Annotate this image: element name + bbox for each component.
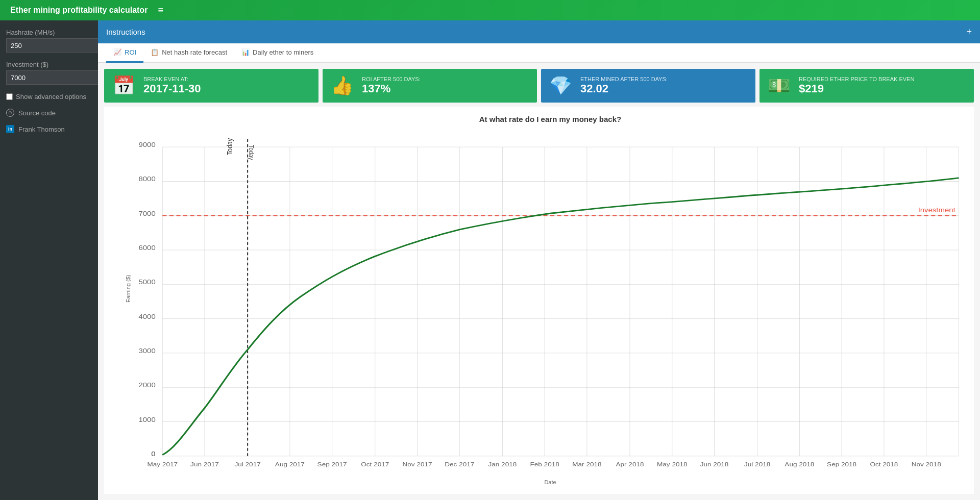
svg-text:May 2018: May 2018 [657, 461, 688, 468]
hamburger-menu[interactable]: ≡ [158, 5, 163, 16]
chart-wrap: Earning ($) 0 1000 2000 3000 4000 5000 [135, 128, 966, 471]
svg-text:8000: 8000 [139, 176, 156, 183]
main-layout: Hashrate (MH/s) ▲ ▼ Investment ($) ▲ ▼ [0, 20, 980, 500]
tab-net-hash[interactable]: 📋 Net hash rate forecast [143, 43, 234, 63]
svg-text:4000: 4000 [139, 313, 156, 320]
svg-text:Today: Today [226, 138, 234, 155]
tab-daily-ether[interactable]: 📊 Daily ether to miners [234, 43, 321, 63]
tab-daily-ether-label: Daily ether to miners [253, 48, 313, 56]
svg-text:Sep 2018: Sep 2018 [827, 461, 856, 468]
author-label: Frank Thomson [18, 126, 65, 133]
svg-text:May 2017: May 2017 [147, 461, 178, 468]
svg-text:Oct 2017: Oct 2017 [361, 461, 389, 468]
ether-mined-icon: 💎 [549, 75, 572, 96]
chart-title: At what rate do I earn my money back? [135, 115, 966, 123]
svg-text:Oct 2018: Oct 2018 [870, 461, 898, 468]
svg-text:Aug 2018: Aug 2018 [785, 461, 814, 468]
roi-value: 137% [362, 82, 421, 95]
sidebar: Hashrate (MH/s) ▲ ▼ Investment ($) ▲ ▼ [0, 20, 98, 500]
break-even-label: BREAK EVEN AT: [143, 76, 201, 82]
ether-mined-label: ETHER MINED AFTER 500 DAYS: [580, 76, 668, 82]
svg-text:9000: 9000 [139, 141, 156, 148]
required-price-label: REQUIRED ETHER PRICE TO BREAK EVEN [799, 76, 914, 82]
tab-net-hash-label: Net hash rate forecast [162, 48, 227, 56]
svg-text:Apr 2018: Apr 2018 [616, 461, 644, 468]
tab-roi-icon: 📈 [113, 48, 121, 56]
source-code-link[interactable]: ⊙ Source code [6, 109, 92, 117]
chart-svg: 0 1000 2000 3000 4000 5000 6000 7000 800… [135, 128, 966, 471]
svg-text:2000: 2000 [139, 382, 156, 389]
required-price-icon: 💵 [768, 75, 791, 96]
svg-text:Investment: Investment [918, 207, 955, 214]
svg-text:Aug 2017: Aug 2017 [275, 461, 305, 468]
roi-icon: 👍 [331, 75, 354, 96]
investment-field: Investment ($) ▲ ▼ [6, 61, 92, 85]
svg-text:3000: 3000 [139, 347, 156, 355]
tab-roi-label: ROI [125, 48, 136, 56]
chart-container: At what rate do I earn my money back? Ea… [104, 107, 974, 494]
svg-text:Feb 2018: Feb 2018 [530, 461, 559, 468]
tabs-bar: 📈 ROI 📋 Net hash rate forecast 📊 Daily e… [98, 43, 980, 63]
source-code-icon: ⊙ [6, 109, 14, 117]
ether-mined-content: ETHER MINED AFTER 500 DAYS: 32.02 [580, 76, 668, 95]
required-price-value: $219 [799, 82, 914, 95]
svg-text:6000: 6000 [139, 244, 156, 252]
y-axis-label: Earning ($) [125, 274, 131, 302]
author-link[interactable]: in Frank Thomson [6, 125, 92, 133]
svg-text:1000: 1000 [139, 416, 156, 423]
investment-input-wrap: ▲ ▼ [6, 70, 92, 85]
svg-text:Dec 2017: Dec 2017 [445, 461, 474, 468]
svg-text:Today: Today [247, 145, 255, 161]
instructions-plus[interactable]: + [966, 27, 972, 37]
instructions-title: Instructions [106, 28, 145, 36]
svg-text:Jan 2018: Jan 2018 [488, 461, 517, 468]
investment-label: Investment ($) [6, 61, 92, 68]
svg-text:Jun 2018: Jun 2018 [700, 461, 729, 468]
svg-text:Jun 2017: Jun 2017 [190, 461, 219, 468]
top-navbar: Ether mining profitability calculator ≡ [0, 0, 980, 20]
source-code-label: Source code [18, 109, 56, 117]
hashrate-input-wrap: ▲ ▼ [6, 38, 92, 53]
stats-row: 📅 BREAK EVEN AT: 2017-11-30 👍 ROI AFTER … [98, 63, 980, 107]
app-title: Ether mining profitability calculator [10, 6, 148, 15]
show-advanced-label: Show advanced options [16, 93, 86, 101]
svg-text:Jul 2017: Jul 2017 [235, 461, 261, 468]
break-even-value: 2017-11-30 [143, 82, 201, 95]
svg-text:7000: 7000 [139, 210, 156, 217]
break-even-content: BREAK EVEN AT: 2017-11-30 [143, 76, 201, 95]
stat-required-price: 💵 REQUIRED ETHER PRICE TO BREAK EVEN $21… [760, 69, 974, 103]
investment-input[interactable] [6, 70, 101, 85]
stat-break-even: 📅 BREAK EVEN AT: 2017-11-30 [104, 69, 318, 103]
x-axis-label: Date [544, 479, 556, 485]
svg-text:Sep 2017: Sep 2017 [317, 461, 347, 468]
instructions-header: Instructions + [98, 20, 980, 43]
tab-daily-ether-icon: 📊 [241, 48, 250, 56]
content-area: Instructions + 📈 ROI 📋 Net hash rate for… [98, 20, 980, 500]
hashrate-input[interactable] [6, 38, 101, 53]
stat-ether-mined: 💎 ETHER MINED AFTER 500 DAYS: 32.02 [541, 69, 755, 103]
svg-text:Nov 2018: Nov 2018 [912, 461, 941, 468]
required-price-content: REQUIRED ETHER PRICE TO BREAK EVEN $219 [799, 76, 914, 95]
hashrate-field: Hashrate (MH/s) ▲ ▼ [6, 29, 92, 53]
linkedin-icon: in [6, 125, 14, 133]
ether-mined-value: 32.02 [580, 82, 668, 95]
tab-roi[interactable]: 📈 ROI [106, 43, 143, 63]
roi-content: ROI AFTER 500 DAYS: 137% [362, 76, 421, 95]
svg-text:5000: 5000 [139, 279, 156, 286]
svg-text:Jul 2018: Jul 2018 [744, 461, 770, 468]
show-advanced-row[interactable]: Show advanced options [6, 93, 92, 101]
roi-label: ROI AFTER 500 DAYS: [362, 76, 421, 82]
svg-text:Nov 2017: Nov 2017 [403, 461, 432, 468]
svg-text:Mar 2018: Mar 2018 [572, 461, 601, 468]
break-even-icon: 📅 [112, 75, 135, 96]
svg-text:0: 0 [151, 451, 156, 458]
stat-roi: 👍 ROI AFTER 500 DAYS: 137% [323, 69, 537, 103]
show-advanced-checkbox[interactable] [6, 93, 13, 100]
tab-net-hash-icon: 📋 [151, 48, 159, 56]
hashrate-label: Hashrate (MH/s) [6, 29, 92, 36]
